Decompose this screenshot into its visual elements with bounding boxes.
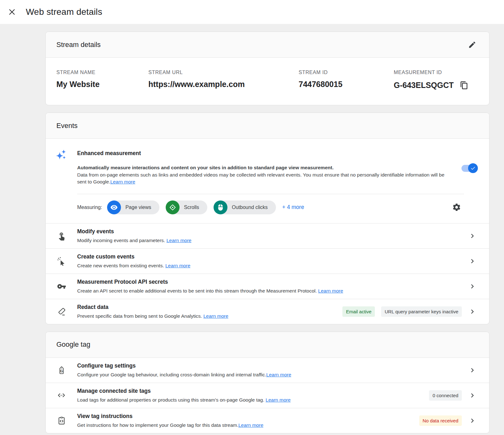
row-modify-events[interactable]: Modify events Modify incoming events and… [46,223,489,248]
chevron-right-icon [468,391,477,400]
scroll-diamond-icon [166,200,180,214]
stream-id-field: STREAM ID 7447680015 [299,70,394,90]
stream-id-value: 7447680015 [299,80,394,89]
configure-tag-learn-more-link[interactable]: Learn more [266,372,291,377]
email-active-badge: Email active [342,306,375,317]
events-card: Events Enhanced measurement Automaticall… [45,113,490,324]
stream-url-label: STREAM URL [148,70,299,75]
copy-measurement-id-button[interactable] [459,80,469,90]
chevron-right-icon [468,416,477,425]
measurement-id-value: G-643ELSQGCT [394,81,454,90]
url-query-param-badge: URL query parameter keys inactive [381,306,462,317]
page-title: Web stream details [26,7,102,17]
row-title: Modify events [77,228,462,235]
chevron-right-icon [468,282,477,291]
google-tag-header: Google tag [46,332,489,358]
row-configure-tag-settings[interactable]: G Configure tag settings Configure your … [46,358,489,383]
chip-outbound-clicks[interactable]: Outbound clicks [214,200,276,214]
row-create-custom-events[interactable]: Create custom events Create new events f… [46,248,489,274]
measurement-protocol-learn-more-link[interactable]: Learn more [318,288,343,293]
mouse-icon [214,200,227,214]
row-manage-connected-site-tags[interactable]: Manage connected site tags Load tags for… [46,383,489,408]
row-view-tag-instructions[interactable]: View tag instructions Get instructions f… [46,408,489,433]
no-data-received-badge: No data received [419,415,462,426]
measurement-id-field: MEASUREMENT ID G-643ELSQGCT [394,70,478,90]
redact-data-learn-more-link[interactable]: Learn more [203,313,228,319]
check-icon [470,165,476,171]
stream-details-card: Stream details STREAM NAME My Website ST… [45,32,490,105]
eye-icon [107,200,121,214]
close-icon [8,8,16,16]
events-header: Events [46,113,489,139]
row-title: View tag instructions [77,413,413,420]
row-description: Modify incoming events and parameters. L… [77,237,462,244]
redact-eraser-icon [57,307,66,316]
view-tag-instructions-learn-more-link[interactable]: Learn more [238,422,263,428]
page-body: Stream details STREAM NAME My Website ST… [0,24,504,433]
google-tag-icon: G [57,366,66,375]
stream-details-title: Stream details [56,41,101,49]
svg-text:G: G [60,369,63,373]
chevron-right-icon [468,366,477,374]
measuring-chips: Page views Scrolls [107,200,276,214]
enhanced-measurement-description: Automatically measure interactions and c… [77,164,461,186]
clipboard-code-icon [57,416,66,425]
row-description: Create an API secret to enable additiona… [77,287,462,294]
sparkle-icon [55,149,67,161]
chevron-right-icon [468,257,477,265]
gear-icon [452,203,461,212]
enhanced-measurement-toggle[interactable] [461,165,477,172]
google-tag-card: Google tag G Configure tag settings Conf… [45,332,490,433]
chip-page-views[interactable]: Page views [107,200,159,214]
top-bar: Web stream details [0,0,504,24]
row-title: Create custom events [77,253,462,260]
stream-name-field: STREAM NAME My Website [56,70,148,90]
key-icon [57,282,66,291]
row-title: Measurement Protocol API secrets [77,279,462,285]
google-tag-title: Google tag [56,340,90,349]
more-chips-link[interactable]: + 4 more [282,204,304,211]
stream-details-header: Stream details [46,32,489,58]
chevron-right-icon [468,307,477,316]
chip-label: Page views [125,205,151,210]
stream-url-value: https://www.example.com [148,80,299,89]
row-title: Redact data [77,304,336,310]
stream-name-value: My Website [56,80,148,89]
chip-scrolls[interactable]: Scrolls [166,200,207,214]
connected-count-badge: 0 connected [429,390,462,401]
enhanced-measurement-title: Enhanced measurement [77,150,477,157]
chip-label: Outbound clicks [232,205,268,210]
edit-stream-button[interactable] [466,38,478,51]
row-title: Configure tag settings [77,362,462,369]
row-description: Create new events from existing events. … [77,262,462,269]
row-description: Get instructions for how to implement yo… [77,422,413,428]
row-description: Configure your Google tag behaviour, inc… [77,371,462,378]
enhanced-measurement-settings-button[interactable] [450,201,463,214]
row-description: Load tags for additional properties or p… [77,397,423,403]
row-title: Manage connected site tags [77,388,423,394]
chevron-right-icon [468,232,477,240]
stream-id-label: STREAM ID [299,70,394,75]
row-measurement-protocol-api-secrets[interactable]: Measurement Protocol API secrets Create … [46,274,489,299]
stream-name-label: STREAM NAME [56,70,148,75]
close-button[interactable] [6,6,18,18]
manage-site-tags-learn-more-link[interactable]: Learn more [266,397,290,403]
stream-details-body: STREAM NAME My Website STREAM URL https:… [46,58,489,105]
modify-events-learn-more-link[interactable]: Learn more [166,238,191,243]
chip-label: Scrolls [184,205,199,210]
stream-url-field: STREAM URL https://www.example.com [148,70,299,90]
touch-icon [57,231,66,241]
enhanced-measurement-section: Enhanced measurement Automatically measu… [46,139,489,223]
create-custom-events-learn-more-link[interactable]: Learn more [165,263,190,268]
code-tag-icon [57,391,66,400]
cursor-click-icon [57,257,66,266]
copy-icon [460,81,468,90]
row-description: Prevent specific data from being sent to… [77,313,336,319]
measuring-label: Measuring: [77,205,102,210]
pencil-icon [468,41,476,49]
row-redact-data[interactable]: Redact data Prevent specific data from b… [46,299,489,324]
events-title: Events [56,122,77,130]
enhanced-measurement-learn-more-link[interactable]: Learn more [110,179,135,184]
measurement-id-label: MEASUREMENT ID [394,70,478,75]
